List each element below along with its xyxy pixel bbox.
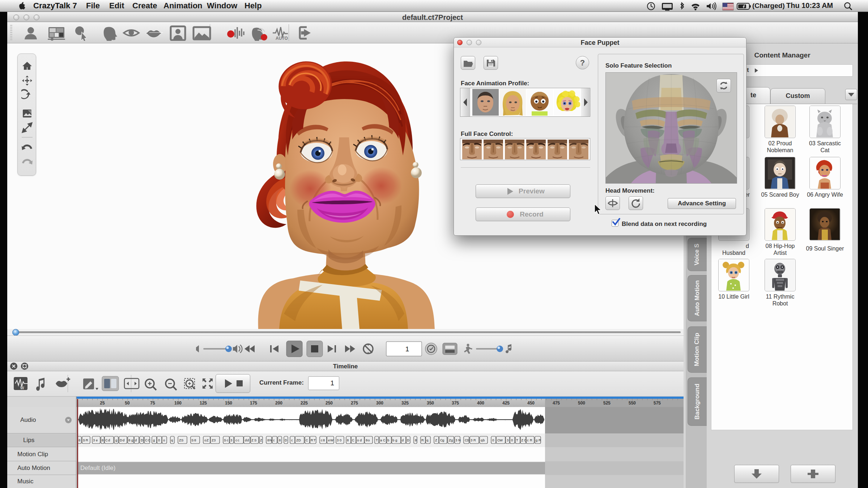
svg-text:0: 0 xyxy=(158,438,160,442)
svg-text:c: c xyxy=(238,438,239,442)
svg-text:g: g xyxy=(451,438,453,442)
svg-text:N: N xyxy=(269,438,272,442)
svg-text:R: R xyxy=(421,438,424,442)
svg-text:425: 425 xyxy=(502,401,510,406)
svg-text:d: d xyxy=(360,438,362,442)
svg-text:50: 50 xyxy=(125,401,130,406)
svg-text:C: C xyxy=(148,438,150,442)
svg-text:C: C xyxy=(145,438,148,442)
svg-text:e: e xyxy=(328,438,330,442)
svg-text:0: 0 xyxy=(340,438,341,442)
svg-text:8: 8 xyxy=(78,438,80,442)
svg-text:g: g xyxy=(442,438,444,442)
svg-text:c: c xyxy=(527,438,529,442)
svg-text:W: W xyxy=(330,438,333,442)
svg-text:d: d xyxy=(247,438,249,442)
svg-text:250: 250 xyxy=(326,401,333,406)
svg-text:d: d xyxy=(402,438,404,442)
svg-text:c: c xyxy=(321,438,323,442)
svg-text:325: 325 xyxy=(401,401,409,406)
svg-text:D: D xyxy=(141,438,143,442)
svg-text:D: D xyxy=(298,438,301,442)
svg-text:S: S xyxy=(467,438,469,442)
svg-text:Z: Z xyxy=(435,438,437,442)
svg-text:g: g xyxy=(395,438,397,442)
svg-text:Z: Z xyxy=(207,438,209,442)
svg-text:3: 3 xyxy=(455,438,457,442)
svg-text:200: 200 xyxy=(275,401,282,406)
svg-text:8: 8 xyxy=(194,438,196,442)
svg-text:Z: Z xyxy=(521,438,523,442)
svg-text:225: 225 xyxy=(301,401,308,406)
svg-text:8: 8 xyxy=(323,438,325,442)
svg-text:o: o xyxy=(357,438,359,442)
svg-text:R: R xyxy=(530,438,532,442)
svg-text:8: 8 xyxy=(415,438,417,442)
svg-text:350: 350 xyxy=(427,401,434,406)
svg-text:0: 0 xyxy=(492,438,494,442)
svg-text:275: 275 xyxy=(351,401,358,406)
svg-text:8: 8 xyxy=(279,438,281,442)
svg-text:75: 75 xyxy=(150,401,155,406)
svg-text:S: S xyxy=(181,438,183,442)
svg-text:a: a xyxy=(380,438,382,442)
svg-text:500: 500 xyxy=(578,401,585,406)
svg-text:125: 125 xyxy=(200,401,207,406)
svg-text:c: c xyxy=(235,438,237,442)
svg-text:o: o xyxy=(163,438,165,442)
svg-text:c: c xyxy=(227,438,229,442)
svg-text:T: T xyxy=(376,438,378,442)
svg-text:R: R xyxy=(86,438,88,442)
svg-text:N: N xyxy=(458,438,461,442)
svg-text:8: 8 xyxy=(267,438,269,442)
svg-text:g: g xyxy=(153,438,155,442)
svg-text:b: b xyxy=(387,438,389,442)
svg-text:o: o xyxy=(368,438,370,442)
svg-text:8: 8 xyxy=(102,438,103,442)
svg-text:T: T xyxy=(314,438,316,442)
svg-text:S: S xyxy=(224,438,226,442)
svg-text:Z: Z xyxy=(251,438,254,442)
svg-text:D: D xyxy=(120,438,122,442)
svg-text:100: 100 xyxy=(174,401,182,406)
svg-text:3: 3 xyxy=(214,438,216,442)
svg-text:400: 400 xyxy=(477,401,484,406)
svg-text:c: c xyxy=(291,438,293,442)
svg-text:0: 0 xyxy=(511,438,513,442)
svg-text:D: D xyxy=(407,438,409,442)
svg-text:3: 3 xyxy=(93,438,95,442)
svg-text:175: 175 xyxy=(250,401,257,406)
svg-text:R: R xyxy=(311,438,313,442)
svg-text:25: 25 xyxy=(100,401,105,406)
svg-text:b: b xyxy=(483,438,485,442)
svg-text:1: 1 xyxy=(405,345,409,353)
svg-text:W: W xyxy=(20,386,24,390)
svg-text:8: 8 xyxy=(366,438,367,442)
svg-text:550: 550 xyxy=(629,401,636,406)
svg-text:d: d xyxy=(135,438,137,442)
svg-text:g: g xyxy=(115,438,117,442)
svg-text:C: C xyxy=(306,438,308,442)
svg-text:3: 3 xyxy=(471,438,472,442)
svg-text:AUTO: AUTO xyxy=(276,36,288,41)
svg-text:T: T xyxy=(516,438,518,442)
svg-text:W: W xyxy=(499,438,503,442)
svg-text:3: 3 xyxy=(337,438,339,442)
svg-text:8: 8 xyxy=(347,438,349,442)
svg-text:D: D xyxy=(285,438,287,442)
svg-text:e: e xyxy=(96,438,98,442)
svg-text:c: c xyxy=(273,438,275,442)
svg-text:475: 475 xyxy=(553,401,560,406)
svg-text:R: R xyxy=(539,438,541,442)
svg-text:3: 3 xyxy=(507,438,509,442)
svg-text:Z: Z xyxy=(260,438,262,442)
svg-text:525: 525 xyxy=(603,401,610,406)
svg-text:q: q xyxy=(171,438,173,442)
svg-text:d: d xyxy=(123,438,124,442)
svg-text:d: d xyxy=(108,438,110,442)
svg-text:S: S xyxy=(254,438,256,442)
svg-text:150: 150 xyxy=(225,401,232,406)
svg-text:375: 375 xyxy=(452,401,459,406)
svg-text:b: b xyxy=(392,438,394,442)
svg-text:450: 450 xyxy=(527,401,535,406)
